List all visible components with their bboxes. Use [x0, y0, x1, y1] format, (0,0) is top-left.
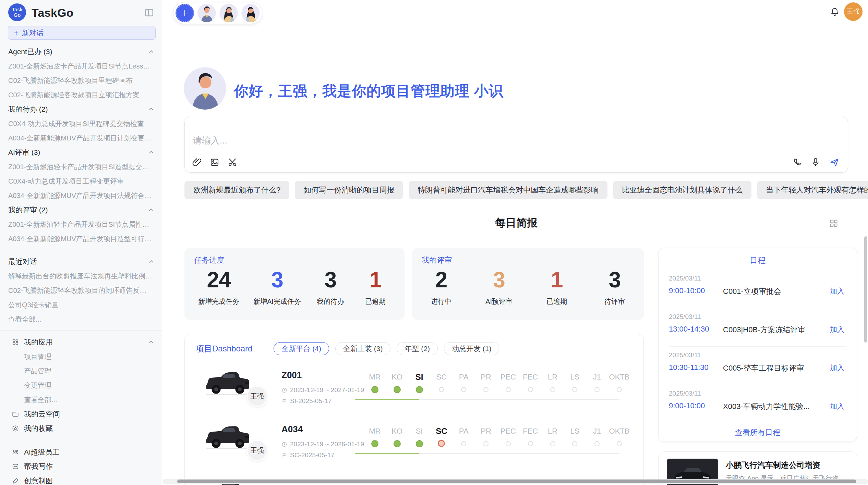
recent-view-all[interactable]: 查看全部...: [0, 312, 162, 326]
chevron-up-icon: [147, 338, 155, 346]
filter-pill-model-year[interactable]: 年型 (2): [397, 342, 438, 355]
join-link[interactable]: 加入: [830, 363, 844, 373]
section-label: 我的待办 (2): [8, 105, 48, 113]
suggestion-chip[interactable]: 特朗普可能对进口汽车增税会对中国车企造成哪些影响: [409, 181, 607, 199]
sidebar-item[interactable]: C02-飞腾新能源轻客改款项目立项汇报方案: [0, 88, 162, 102]
join-link[interactable]: 加入: [830, 401, 844, 411]
app-item-product-mgmt[interactable]: 产品管理: [0, 364, 162, 378]
milestone-dot: [461, 387, 466, 392]
collapse-sidebar-icon[interactable]: [144, 8, 154, 18]
phone-icon[interactable]: [792, 157, 803, 167]
view-all-schedule-link[interactable]: 查看所有日程: [659, 423, 857, 442]
schedule-item: 2025/03/11 13:00-14:30 C003|H0B-方案冻结评审 加…: [669, 308, 846, 347]
suggestion-chip[interactable]: 比亚迪全固态电池计划具体说了什么: [613, 181, 751, 199]
app-item-view-all[interactable]: 查看全部...: [0, 393, 162, 407]
sidebar-creative-draw[interactable]: 创意制图: [0, 474, 162, 485]
schedule-event-title: X003-车辆动力学性能验...: [723, 401, 810, 412]
recent-chat-item[interactable]: 解释最新出台的欧盟报废车法规再生塑料比例被调至15%...: [0, 269, 162, 283]
filter-pill-powertrain[interactable]: 动总开发 (1): [444, 342, 499, 355]
sidebar-section-recent[interactable]: 最近对话: [0, 254, 162, 269]
assistant-avatar[interactable]: [197, 4, 216, 22]
stat-value: 3: [484, 268, 515, 292]
divider: [0, 331, 162, 331]
recent-chat-item[interactable]: C02-飞腾新能源轻客改款项目的闭环通告反馈情况: [0, 283, 162, 298]
chat-input[interactable]: [192, 135, 604, 146]
sidebar-item[interactable]: C0X4-动力总成开发项目工程变更评审: [0, 174, 162, 188]
assistant-avatar[interactable]: [241, 4, 260, 22]
recent-chat-item[interactable]: 公司Q3轻卡销量: [0, 298, 162, 312]
clock-icon: [281, 387, 287, 393]
milestone-label: PA: [453, 371, 475, 383]
send-icon[interactable]: [829, 157, 840, 167]
schedule-card: 日程 2025/03/11 9:00-10:00 C001-立项审批会 加入 2…: [658, 248, 857, 442]
project-row-z001[interactable]: 王强 Z001 2023-12-19 ~ 2027-01-19 SI-2025-…: [185, 363, 643, 417]
notifications-bell-icon[interactable]: [830, 7, 840, 17]
stat: 3 新增AI完成任务: [253, 268, 301, 306]
milestone-label: LS: [564, 371, 586, 383]
new-chat-button[interactable]: + 新对话: [8, 26, 156, 40]
suggestion-chip[interactable]: 当下年轻人对汽车外观有怎样的喜好趋势: [757, 181, 868, 199]
creative-draw-label: 创意制图: [24, 476, 53, 485]
flag-icon: [281, 398, 287, 404]
filter-pill-new-platform[interactable]: 全新平台 (4): [274, 342, 329, 355]
add-assistant-button[interactable]: [176, 4, 194, 22]
flag-label: SC-2025-05-17: [290, 451, 335, 459]
join-link[interactable]: 加入: [830, 286, 844, 296]
suggestion-chip[interactable]: 欧洲新规最近颁布了什么?: [184, 181, 289, 199]
attachment-icon[interactable]: [192, 157, 202, 167]
sidebar-section-my-review[interactable]: 我的评审 (2): [0, 203, 162, 217]
sidebar-my-cloud[interactable]: 我的云空间: [0, 407, 162, 421]
sidebar-item[interactable]: C0X4-动力总成开发项目SI里程碑提交物检查: [0, 116, 162, 131]
schedule-time: 10:30-11:30: [669, 363, 709, 372]
section-label: 我的评审 (2): [8, 206, 48, 214]
write-doc-icon: [12, 463, 19, 470]
sidebar-my-apps[interactable]: 我的应用: [0, 335, 162, 349]
sidebar-item[interactable]: C02-飞腾新能源轻客改款项目里程碑画布: [0, 73, 162, 88]
user-avatar[interactable]: 王强: [844, 2, 863, 21]
assistant-avatar[interactable]: [219, 4, 238, 22]
suggestion-chip[interactable]: 如何写一份清晰的项目周报: [295, 181, 403, 199]
sidebar-section-ai-review[interactable]: AI评审 (3): [0, 145, 162, 160]
sidebar-my-favorites[interactable]: 我的收藏: [0, 421, 162, 436]
scissors-icon[interactable]: [227, 157, 238, 167]
horizontal-scrollbar-thumb[interactable]: [177, 480, 856, 483]
app-root: Task Go TaskGo + 新对话 Agent已办 (3) Z001-全新…: [0, 0, 868, 485]
sidebar-item[interactable]: A034-全新新能源MUV产品开发项目造型可行性评审: [0, 232, 162, 246]
sidebar-item[interactable]: Z001-全新燃油轻卡产品开发项目SI造型提交物评审: [0, 160, 162, 174]
stat-value: 3: [253, 268, 301, 292]
sidebar: Task Go TaskGo + 新对话 Agent已办 (3) Z001-全新…: [0, 0, 162, 485]
sidebar-item[interactable]: A034-全新新能源MUV产品开发项目计划变更表编写: [0, 131, 162, 145]
join-link[interactable]: 加入: [830, 325, 844, 334]
milestone-dot-overdue: [438, 440, 445, 447]
app-title: TaskGo: [32, 6, 73, 20]
app-item-change-mgmt[interactable]: 变更管理: [0, 378, 162, 393]
sidebar-item[interactable]: Z001-全新燃油轻卡产品开发项目SI节点属性5D文件评审: [0, 217, 162, 232]
app-item-project-mgmt[interactable]: 项目管理: [0, 349, 162, 364]
layout-grid-icon[interactable]: [829, 219, 838, 228]
stat-row: 2 进行中 3 AI预评审 1 已逾期 3 待评审: [412, 268, 644, 306]
milestone-label-current: SI: [408, 371, 431, 383]
microphone-icon[interactable]: [811, 157, 821, 167]
project-row-a034[interactable]: 王强 A034 2023-12-19 ~ 2026-01-19 SC-2025-…: [185, 417, 643, 471]
milestone: PEC: [497, 425, 519, 447]
filter-pill-new-body[interactable]: 全新上装 (3): [335, 342, 391, 355]
chevron-up-icon: [147, 48, 155, 55]
image-icon[interactable]: [209, 157, 220, 167]
sidebar-section-agent-done[interactable]: Agent已办 (3): [0, 45, 162, 59]
divider: [0, 440, 162, 440]
vertical-scrollbar-thumb[interactable]: [864, 236, 867, 343]
sidebar-section-my-todo[interactable]: 我的待办 (2): [0, 102, 162, 116]
sidebar-help-write[interactable]: 帮我写作: [0, 459, 162, 474]
sidebar-item[interactable]: Z001-全新燃油皮卡产品开发项目SI节点Lesson Learn报告: [0, 59, 162, 73]
milestone-dot: [461, 441, 466, 446]
schedule-item: 2025/03/11 10:30-11:30 C005-整车工程目标评审 加入: [669, 347, 846, 385]
suggestion-chips: 欧洲新规最近颁布了什么? 如何写一份清晰的项目周报 特朗普可能对进口汽车增税会对…: [184, 181, 848, 199]
sidebar-item[interactable]: A034-全新新能源MUV产品开发项目法规符合性评审: [0, 188, 162, 203]
chat-input-card: [184, 117, 848, 173]
chevron-up-icon: [147, 206, 155, 214]
schedule-list: 2025/03/11 9:00-10:00 C001-立项审批会 加入 2025…: [659, 270, 857, 423]
logo-text-bottom: Go: [14, 12, 21, 18]
milestone-label: MR: [364, 425, 386, 437]
schedule-event-title: C003|H0B-方案冻结评审: [723, 325, 805, 335]
sidebar-ai-employees[interactable]: AI超级员工: [0, 445, 162, 459]
